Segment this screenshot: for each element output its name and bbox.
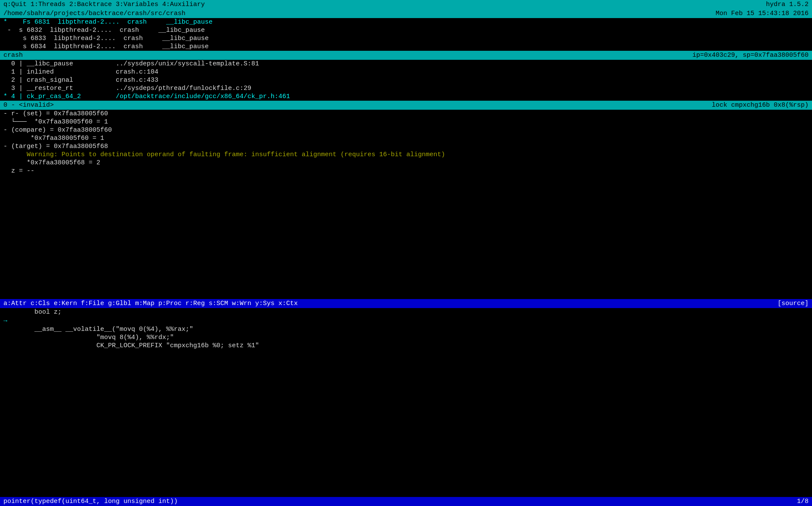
- thread-line[interactable]: * Fs 6831 libpthread-2.... crash __libc_…: [0, 18, 812, 26]
- source-line: CK_PR_LOCK_PREFIX "cmpxchg16b %0; setz %…: [0, 342, 812, 350]
- source-line: bool z;: [0, 308, 812, 316]
- bottom-shortcut-bar: a:Attr c:Cls e:Kern f:File g:Glbl m:Map …: [0, 299, 812, 308]
- type-info: pointer(typedef(uint64_t, long unsigned …: [3, 498, 178, 505]
- source-section: bool z; → __asm__ __volatile__("movq 0(%…: [0, 308, 812, 497]
- file-path: /home/sbahra/projects/backtrace/crash/sr…: [3, 10, 185, 17]
- backtrace-line[interactable]: 1 | inlined crash.c:104: [0, 68, 812, 76]
- var-line: z = --: [0, 167, 812, 175]
- backtrace-line[interactable]: 3 | __restore_rt ../sysdeps/pthread/funl…: [0, 84, 812, 93]
- crash-header: crash ip=0x403c29, sp=0x7faa38005f60: [0, 51, 812, 60]
- backtrace-line[interactable]: 0 | __libc_pause ../sysdeps/unix/syscall…: [0, 60, 812, 68]
- var-line: - r- (set) = 0x7faa38005f60: [0, 110, 812, 118]
- variables-header: 0 - <invalid> lock cmpxchg16b 0x8(%rsp): [0, 101, 812, 110]
- datetime: Mon Feb 15 15:43:18 2016: [716, 10, 809, 17]
- thread-line[interactable]: - s 6832 libpthread-2.... crash __libc_p…: [0, 26, 812, 34]
- source-line: __asm__ __volatile__("movq 0(%4), %%rax;…: [0, 325, 812, 333]
- top-menu-bar: q:Quit 1:Threads 2:Backtrace 3:Variables…: [0, 0, 812, 9]
- source-line: "movq 8(%4), %%rdx;": [0, 333, 812, 342]
- var-line: *0x7faa38005f60 = 1: [0, 134, 812, 142]
- backtrace-section: 0 | __libc_pause ../sysdeps/unix/syscall…: [0, 60, 812, 101]
- threads-section: * Fs 6831 libpthread-2.... crash __libc_…: [0, 18, 812, 51]
- invalid-label: 0 - <invalid>: [3, 102, 54, 109]
- var-line: *0x7faa38005f68 = 2: [0, 159, 812, 167]
- var-line-warning: Warning: Points to destination operand o…: [0, 151, 812, 159]
- var-line: - (compare) = 0x7faa38005f60: [0, 126, 812, 134]
- page-indicator: 1/8: [797, 498, 809, 505]
- variables-section: - r- (set) = 0x7faa38005f60 └─── *0x7faa…: [0, 110, 812, 299]
- var-line: └─── *0x7faa38005f60 = 1: [0, 118, 812, 126]
- var-line: - (target) = 0x7faa38005f68: [0, 142, 812, 151]
- shortcut-keys[interactable]: a:Attr c:Cls e:Kern f:File g:Glbl m:Map …: [3, 300, 298, 307]
- menu-items[interactable]: q:Quit 1:Threads 2:Backtrace 3:Variables…: [3, 1, 205, 8]
- terminal: q:Quit 1:Threads 2:Backtrace 3:Variables…: [0, 0, 812, 506]
- source-label: [source]: [778, 300, 809, 307]
- path-bar: /home/sbahra/projects/backtrace/crash/sr…: [0, 9, 812, 18]
- status-bar: pointer(typedef(uint64_t, long unsigned …: [0, 497, 812, 506]
- source-line-arrow: →: [0, 317, 812, 325]
- thread-line[interactable]: s 6834 libpthread-2.... crash __libc_pau…: [0, 43, 812, 51]
- backtrace-line-active[interactable]: * 4 | ck_pr_cas_64_2 /opt/backtrace/incl…: [0, 93, 812, 101]
- instruction-label: lock cmpxchg16b 0x8(%rsp): [712, 102, 809, 109]
- thread-line[interactable]: s 6833 libpthread-2.... crash __libc_pau…: [0, 34, 812, 43]
- crash-label: crash: [3, 52, 23, 59]
- register-info: ip=0x403c29, sp=0x7faa38005f60: [692, 52, 809, 59]
- backtrace-line[interactable]: 2 | crash_signal crash.c:433: [0, 76, 812, 84]
- version-label: hydra 1.5.2: [766, 1, 809, 8]
